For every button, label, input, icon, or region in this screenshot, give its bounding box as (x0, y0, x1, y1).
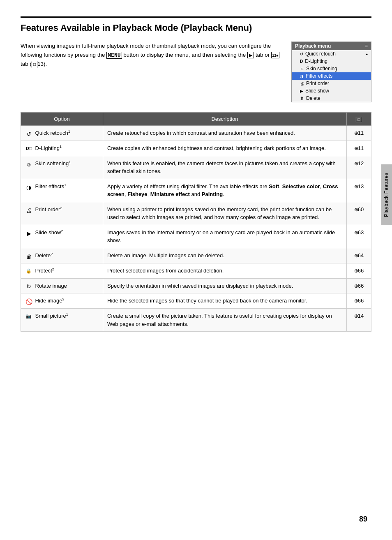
menu-item-slide-show[interactable]: ▶ Slide show (292, 87, 371, 95)
table-row: 🔒 Protect2 Protect selected images from … (21, 263, 371, 278)
print-order-icon: 🖨 (300, 81, 304, 86)
sup-1: 1 (68, 129, 70, 134)
effect-soft: Soft (269, 183, 279, 189)
hide-image-row-icon: 🚫 (25, 298, 32, 305)
option-cell-delete: 🗑 Delete2 (21, 248, 103, 263)
col-header-option: Option (21, 113, 103, 126)
sup-2d: 2 (52, 267, 54, 271)
page-num-value: 89 (359, 515, 367, 523)
ref-cell-skin-softening: ⊕12 (347, 156, 371, 179)
filter-effects-icon: ◑ (300, 74, 304, 78)
desc-cell-hide-image: Hide the selected images so that they ca… (103, 293, 347, 309)
side-tab-label: Playback Features (383, 173, 389, 217)
sup-1b: 1 (60, 145, 62, 149)
ref-cell-delete: ⊕64 (347, 248, 371, 263)
table-row: ▶ Slide show2 Images saved in the intern… (21, 225, 371, 248)
page-number: 89 (359, 515, 367, 524)
menu-item-filter-effects[interactable]: ◑ Filter effects (292, 72, 371, 80)
menu-header: Playback menu ≡ (292, 42, 371, 50)
slide-show-icon: ▶ (300, 89, 303, 93)
desc-cell-filter-effects: Apply a variety of effects using digital… (103, 179, 347, 202)
menu-item-quick-retouch[interactable]: ↺ Quick retouch ▸ (292, 50, 371, 58)
sup-1d: 1 (64, 183, 66, 187)
menu-item-print-order[interactable]: 🖨 Print order (292, 80, 371, 87)
side-tab: Playback Features (381, 164, 392, 225)
quick-retouch-label: Quick retouch (305, 51, 336, 57)
tab2-icon: 12■ (271, 52, 279, 58)
ref-icon-slide-show: ⊕ (354, 230, 358, 235)
ref-icon-d-lighting: ⊕ (354, 145, 358, 151)
effect-selective: Selective color (282, 183, 320, 189)
desc-cell-skin-softening: When this feature is enabled, the camera… (103, 156, 347, 179)
ref-icon-filter-effects: ⊕ (354, 184, 358, 189)
intro-text: When viewing images in full-frame playba… (21, 42, 283, 102)
ref-cell-small-picture: ⊕14 (347, 309, 371, 332)
print-order-label: Print order (306, 81, 329, 86)
book-ref-header: □ (356, 117, 362, 122)
table-row: ↻ Rotate image Specify the orientation i… (21, 278, 371, 293)
sup-2a: 2 (60, 206, 62, 210)
ref-cell-rotate: ⊕66 (347, 278, 371, 293)
sup-2e: 2 (62, 297, 64, 301)
page-title: Features Available in Playback Mode (Pla… (21, 16, 371, 33)
ref-cell-quick-retouch: ⊕11 (347, 126, 371, 141)
option-cell-slide-show: ▶ Slide show2 (21, 225, 103, 248)
ref-icon-print-order: ⊕ (354, 207, 358, 212)
table-row: ☺ Skin softening1 When this feature is e… (21, 156, 371, 179)
ref-cell-d-lighting: ⊕11 (347, 141, 371, 156)
option-cell-skin-softening: ☺ Skin softening1 (21, 156, 103, 179)
ref-cell-protect: ⊕66 (347, 263, 371, 278)
ref-icon-small-picture: ⊕ (354, 313, 358, 319)
delete-label: Delete (306, 95, 321, 101)
filter-effects-label: Filter effects (306, 73, 332, 79)
quick-retouch-arrow: ▸ (366, 52, 368, 56)
menu-label: MENU (106, 52, 122, 59)
print-order-row-icon: 🖨 (25, 206, 32, 214)
table-row: D□ D-Lighting1 Create copies with enhanc… (21, 141, 371, 156)
table-row: 🗑 Delete2 Delete an image. Multiple imag… (21, 248, 371, 263)
d-lighting-row-icon: D□ (25, 145, 32, 152)
rotate-row-icon: ↻ (25, 282, 32, 290)
option-cell-hide-image: 🚫 Hide image2 (21, 293, 103, 309)
delete-icon: 🗑 (300, 96, 304, 101)
features-table: Option Description □ ↺ Quick retouch1 Cr… (21, 112, 371, 332)
slide-show-label: Slide show (305, 88, 329, 94)
table-row: 🖨 Print order2 When using a printer to p… (21, 202, 371, 225)
option-cell-rotate: ↻ Rotate image (21, 278, 103, 293)
desc-cell-d-lighting: Create copies with enhanced brightness a… (103, 141, 347, 156)
filter-effects-row-icon: ◑ (25, 183, 32, 191)
sup-1c: 1 (69, 160, 71, 164)
desc-cell-quick-retouch: Create retouched copies in which contras… (103, 126, 347, 141)
menu-header-label: Playback menu (295, 43, 331, 49)
slide-show-row-icon: ▶ (25, 229, 32, 237)
intro-section: When viewing images in full-frame playba… (21, 42, 371, 102)
menu-item-d-lighting[interactable]: D D-Lighting (292, 58, 371, 65)
effect-fisheye: Fisheye (127, 191, 147, 197)
ref-icon-protect: ⊕ (354, 268, 358, 274)
sup-1e: 1 (66, 312, 68, 316)
skin-softening-row-icon: ☺ (25, 160, 32, 168)
skin-softening-label: Skin softening (306, 66, 337, 72)
quick-retouch-row-icon: ↺ (25, 130, 32, 137)
menu-item-delete[interactable]: 🗑 Delete (292, 95, 371, 102)
ref-icon-hide-image: ⊕ (354, 298, 358, 304)
option-cell-filter-effects: ◑ Filter effects1 (21, 179, 103, 202)
small-picture-row-icon: 📷 (25, 313, 32, 320)
d-lighting-icon: D (300, 59, 303, 64)
page-container: Features Available in Playback Mode (Pla… (0, 0, 392, 348)
ref-cell-print-order: ⊕60 (347, 202, 371, 225)
menu-item-skin-softening[interactable]: ☺ Skin softening (292, 65, 371, 72)
option-cell-quick-retouch: ↺ Quick retouch1 (21, 126, 103, 141)
protect-row-icon: 🔒 (25, 268, 32, 275)
ref-icon-rotate: ⊕ (354, 283, 358, 289)
col-header-ref: □ (347, 113, 371, 126)
book-icon: □ (32, 61, 37, 68)
effect-miniature: Miniature effect (150, 191, 190, 197)
option-cell-print-order: 🖨 Print order2 (21, 202, 103, 225)
menu-header-icon: ≡ (365, 43, 368, 49)
option-cell-d-lighting: D□ D-Lighting1 (21, 141, 103, 156)
ref-icon-quick-retouch: ⊕ (354, 130, 358, 136)
desc-cell-rotate: Specify the orientation in which saved i… (103, 278, 347, 293)
effect-painting: Painting (202, 191, 223, 197)
desc-cell-small-picture: Create a small copy of the picture taken… (103, 309, 347, 332)
